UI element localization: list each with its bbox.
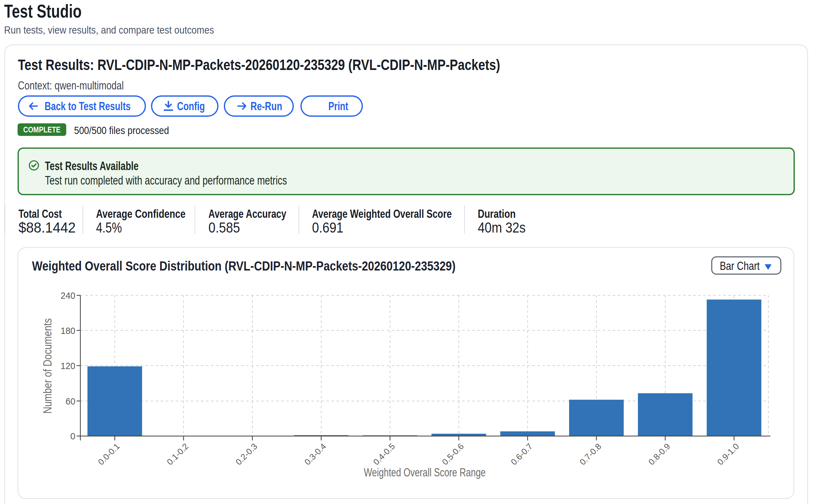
svg-text:Number of Documents: Number of Documents [41,318,54,414]
svg-text:0.7-0.8: 0.7-0.8 [578,442,603,467]
svg-text:60: 60 [66,396,75,406]
svg-text:0.5-0.6: 0.5-0.6 [440,442,466,467]
svg-text:0.2-0.3: 0.2-0.3 [234,442,259,467]
svg-text:0.1-0.2: 0.1-0.2 [165,442,191,467]
svg-text:0.0-0.1: 0.0-0.1 [96,442,122,467]
svg-text:0.9-1.0: 0.9-1.0 [715,442,741,467]
svg-text:0.3-0.4: 0.3-0.4 [303,442,328,467]
svg-text:0.8-0.9: 0.8-0.9 [647,442,672,467]
svg-text:240: 240 [61,290,75,301]
svg-text:120: 120 [61,361,75,371]
svg-text:0.4-0.5: 0.4-0.5 [371,442,397,467]
svg-text:180: 180 [61,325,75,336]
svg-text:0.6-0.7: 0.6-0.7 [509,442,535,467]
svg-text:0: 0 [70,431,75,441]
svg-text:Weighted Overall Score Range: Weighted Overall Score Range [364,466,486,479]
